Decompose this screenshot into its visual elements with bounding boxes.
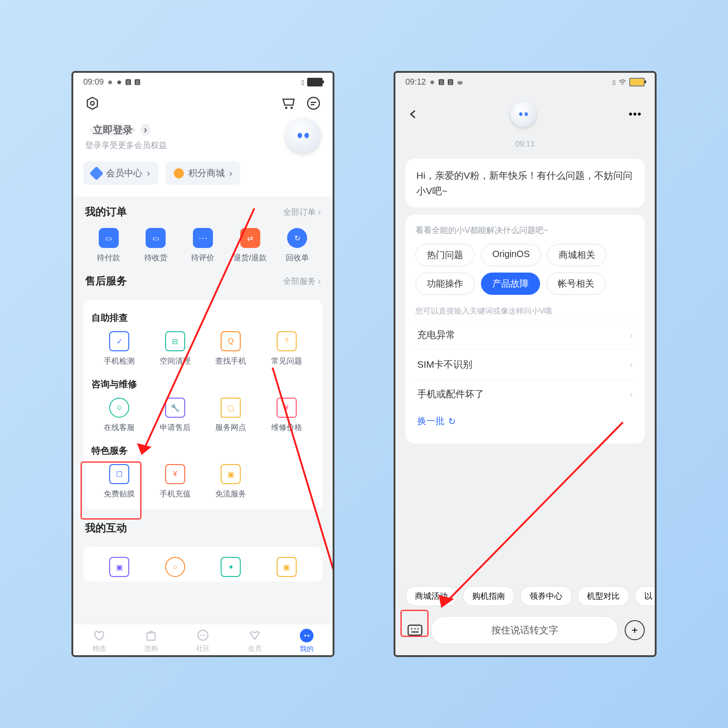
pill-points[interactable]: 积分商城› bbox=[166, 162, 241, 185]
subsection: 咨询与维修 bbox=[91, 378, 314, 390]
svg-point-12 bbox=[202, 635, 204, 636]
back-icon[interactable] bbox=[408, 109, 418, 119]
cloud-icon bbox=[457, 80, 463, 85]
chat-icon[interactable] bbox=[306, 96, 321, 111]
order-item[interactable]: ▭待付款 bbox=[85, 228, 132, 263]
order-item[interactable]: ▭待收货 bbox=[132, 228, 180, 263]
inter-item[interactable]: ○ bbox=[147, 557, 203, 581]
badge-icon: ▯ bbox=[448, 79, 453, 85]
nav-member[interactable]: 会员 bbox=[248, 629, 262, 653]
dot-icon bbox=[430, 80, 435, 85]
chip[interactable]: 功能操作 bbox=[415, 273, 475, 295]
login-area[interactable]: 立即登录› 登录享受更多会员权益 bbox=[73, 115, 333, 153]
svc-item-online[interactable]: ☺在线客服 bbox=[91, 398, 147, 433]
nav-community[interactable]: 社区 bbox=[196, 629, 210, 653]
nav-featured[interactable]: 精选 bbox=[92, 629, 106, 653]
svg-point-24 bbox=[418, 628, 419, 630]
svg-point-22 bbox=[411, 628, 413, 630]
swap-button[interactable]: 换一批↻ bbox=[415, 409, 635, 434]
star-icon bbox=[174, 168, 184, 178]
cart-icon[interactable] bbox=[281, 96, 296, 111]
refresh-icon: ↻ bbox=[448, 416, 456, 427]
order-item[interactable]: ⇄退货/退款 bbox=[227, 228, 274, 263]
voice-input[interactable]: 按住说话转文字 bbox=[431, 616, 618, 644]
subsection: 特色服务 bbox=[91, 445, 314, 457]
plus-button[interactable]: + bbox=[625, 620, 645, 640]
card-head: 看看全能的小V都能解决什么问题吧~ bbox=[415, 225, 635, 236]
orders-grid: ▭待付款 ▭待收货 ⋯待评价 ⇄退货/退款 ↻回收单 bbox=[85, 228, 321, 263]
svc-item[interactable]: ¥手机充值 bbox=[147, 464, 203, 499]
svg-point-11 bbox=[201, 635, 202, 636]
badge-icon: ▯ bbox=[439, 79, 444, 85]
more-icon[interactable]: ••• bbox=[629, 108, 642, 120]
badge-icon: ▯ bbox=[135, 79, 140, 85]
header bbox=[73, 91, 333, 115]
settings-icon[interactable] bbox=[85, 96, 100, 111]
pill-member[interactable]: 会员中心› bbox=[83, 162, 158, 185]
svg-rect-21 bbox=[408, 625, 422, 635]
inter-item[interactable]: ▣ bbox=[259, 557, 315, 581]
badge-icon: ▯ bbox=[126, 79, 131, 85]
more-link[interactable]: 全部服务 › bbox=[283, 276, 321, 287]
svg-point-13 bbox=[204, 635, 206, 636]
quick-chip[interactable]: 购机指南 bbox=[463, 586, 515, 606]
svc-item[interactable]: ⊟空间清理 bbox=[147, 331, 203, 366]
chip[interactable]: OriginOS bbox=[481, 244, 541, 266]
chevron-right-icon: › bbox=[630, 359, 633, 370]
section-title: 我的订单 bbox=[85, 205, 127, 219]
nav-mine[interactable]: 我的 bbox=[300, 629, 313, 653]
svc-item[interactable]: Q查找手机 bbox=[203, 331, 259, 366]
chevron-right-icon: › bbox=[630, 389, 633, 399]
svg-point-20 bbox=[622, 83, 623, 85]
svg-point-0 bbox=[108, 81, 112, 84]
quick-chip[interactable]: 商城活动 bbox=[405, 586, 457, 606]
svc-item[interactable]: ▢服务网点 bbox=[203, 398, 259, 433]
chips: 热门问题 OriginOS 商城相关 功能操作 产品故障 帐号相关 bbox=[415, 244, 635, 295]
svc-item[interactable]: ✓手机检测 bbox=[91, 331, 147, 366]
svc-item[interactable]: ▣免流服务 bbox=[203, 464, 259, 499]
svc-item[interactable]: ☐免费贴膜 bbox=[91, 464, 147, 499]
svg-marker-2 bbox=[87, 97, 97, 109]
q-row[interactable]: 充电异常› bbox=[415, 320, 635, 349]
bot-avatar bbox=[285, 118, 321, 153]
chip-active[interactable]: 产品故障 bbox=[481, 273, 540, 295]
quick-chip[interactable]: 领券中心 bbox=[520, 586, 572, 606]
time: 09:12 bbox=[405, 77, 426, 87]
inter-item[interactable]: ▣ bbox=[91, 557, 147, 581]
q-row[interactable]: SIM卡不识别› bbox=[415, 349, 635, 379]
chat-header: ••• bbox=[395, 91, 655, 131]
svc-item[interactable]: ¥维修价格 bbox=[259, 398, 315, 433]
chip[interactable]: 热门问题 bbox=[415, 244, 475, 266]
svg-point-5 bbox=[291, 107, 293, 109]
quick-chip[interactable]: 以 bbox=[635, 586, 655, 606]
battery-icon bbox=[629, 78, 645, 86]
svg-rect-9 bbox=[147, 633, 155, 640]
dot-icon bbox=[116, 80, 122, 85]
quick-chip[interactable]: 机型对比 bbox=[577, 586, 629, 606]
chevron-right-icon: › bbox=[147, 168, 150, 178]
q-row[interactable]: 手机或配件坏了› bbox=[415, 379, 635, 409]
chevron-right-icon: › bbox=[630, 329, 633, 340]
keyboard-icon[interactable] bbox=[405, 621, 425, 640]
nav-shop[interactable]: 选购 bbox=[144, 629, 158, 653]
svg-point-1 bbox=[117, 81, 121, 84]
chip[interactable]: 商城相关 bbox=[547, 244, 607, 266]
phone-right: 09:12 ▯ ▯ ▯ ••• 09:11 Hi，亲爱的V粉，新年快乐！有什么问… bbox=[394, 71, 657, 657]
more-link[interactable]: 全部订单 › bbox=[283, 207, 321, 217]
wifi-icon bbox=[618, 79, 627, 86]
svc-item[interactable]: ?常见问题 bbox=[259, 331, 315, 366]
bottom-nav: 精选 选购 社区 会员 我的 bbox=[73, 624, 333, 655]
bot-message: Hi，亲爱的V粉，新年快乐！有什么问题，不妨问问小V吧~ bbox=[405, 159, 645, 207]
phone-left: 09:09 ▯ ▯ ▯ 立即登录› 登录享受更多会员权益 会员中心› 积分商城›… bbox=[71, 71, 334, 657]
inter-card: ▣ ○ ✦ ▣ bbox=[83, 547, 323, 581]
chip[interactable]: 帐号相关 bbox=[546, 273, 606, 295]
timestamp: 09:11 bbox=[395, 131, 655, 153]
order-item[interactable]: ↻回收单 bbox=[273, 228, 321, 263]
svc-item[interactable]: 🔧申请售后 bbox=[147, 398, 203, 433]
section-title: 我的互动 bbox=[85, 521, 127, 535]
order-item[interactable]: ⋯待评价 bbox=[179, 228, 227, 263]
card-hint: 您可以直接输入关键词或像这样问小V哦 bbox=[415, 306, 635, 316]
diamond-icon bbox=[89, 166, 103, 180]
sim-icon: ▯ bbox=[301, 79, 304, 86]
inter-item[interactable]: ✦ bbox=[203, 557, 259, 581]
